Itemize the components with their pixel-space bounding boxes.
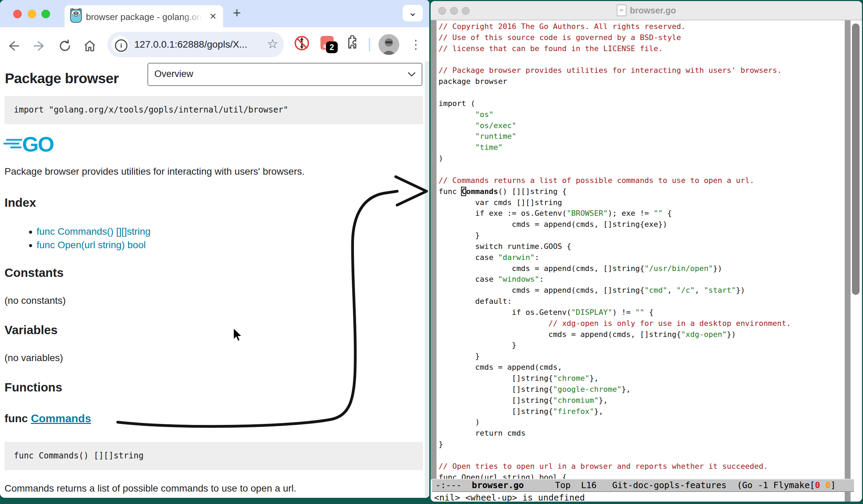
functions-heading: Functions [4, 380, 62, 394]
code-line [439, 54, 791, 65]
emacs-window: go browser.go // Copyright 2016 The Go A… [431, 1, 862, 502]
code-line: // license that can be found in the LICE… [439, 43, 791, 54]
variables-heading: Variables [4, 323, 58, 337]
emacs-right-scrollbar[interactable] [845, 20, 851, 502]
site-info-icon[interactable]: i [112, 36, 129, 53]
profile-avatar[interactable] [378, 34, 399, 55]
code-line: } [439, 340, 791, 351]
emacs-buffer[interactable]: // Copyright 2016 The Go Authors. All ri… [431, 20, 862, 502]
import-code-box: import "golang.org/x/tools/gopls/interna… [4, 96, 423, 124]
package-intro: Package browser provides utilities for i… [4, 166, 305, 177]
code-line: []string{"google-chrome"}, [439, 384, 791, 395]
document-icon: go [617, 4, 626, 16]
code-line: package browser [439, 76, 791, 87]
code-line [439, 450, 791, 461]
code-line: // Copyright 2016 The Go Authors. All ri… [439, 21, 791, 32]
chrome-toolbar: i 127.0.0.1:62888/gopls/X... ☆ 2 [0, 27, 429, 62]
chrome-tab-strip: browser package - golang.org ✕ + ⌄ [0, 0, 429, 27]
code-line: // Package browser provides utilities fo… [439, 65, 791, 76]
code-line: ) [439, 153, 791, 164]
bookmark-star-icon[interactable]: ☆ [267, 37, 278, 51]
code-line: import ( [439, 98, 791, 109]
code-line: cmds = append(cmds, [439, 362, 791, 373]
code-line: []string{"chromium"}, [439, 395, 791, 406]
home-button[interactable] [83, 39, 97, 53]
info-icon: i [115, 39, 127, 52]
code-line: var cmds [][]string [439, 197, 791, 208]
code-line: } [439, 351, 791, 362]
code-line: case "darwin": [439, 252, 791, 263]
import-code: import "golang.org/x/tools/gopls/interna… [14, 105, 288, 115]
code-line: // Open tries to open url in a browser a… [439, 461, 791, 472]
code-line: // Use of this source code is governed b… [439, 32, 791, 43]
macos-scrollbar-thumb[interactable] [852, 23, 860, 295]
tab-title: browser package - golang.org [86, 12, 203, 22]
code-line: cmds = append(cmds, []string{"cmd", "/c"… [439, 285, 791, 296]
emacs-cursor: C [461, 187, 466, 196]
code-line: "runtime" [439, 131, 791, 142]
code-line: // xdg-open is only for use in a desktop… [439, 318, 791, 329]
toolbar-separator [369, 38, 370, 51]
code-line: []string{"chrome"}, [439, 373, 791, 384]
constants-heading: Constants [4, 266, 64, 280]
desktop: browser package - golang.org ✕ + ⌄ i [0, 0, 863, 504]
index-link-open[interactable]: func Open(url string) bool [37, 240, 146, 251]
code-line: } [439, 230, 791, 241]
signature-code-box: func Commands() [][]string [4, 442, 423, 470]
emacs-left-scrollbar[interactable] [431, 20, 437, 479]
index-link-commands[interactable]: func Commands() [][]string [37, 226, 151, 237]
code-line: cmds = append(cmds, []string{exe}) [439, 219, 791, 230]
emacs-window-title: browser.go [630, 6, 676, 16]
emacs-title-bar[interactable]: go browser.go [431, 1, 862, 20]
new-tab-button[interactable]: + [229, 6, 244, 21]
func-commands-heading: func Commands [4, 412, 91, 425]
tab-close-icon[interactable]: ✕ [208, 11, 219, 22]
func-signature: func Commands() [][]string [14, 451, 144, 461]
svg-text:GO: GO [22, 132, 54, 155]
overview-select-value: Overview [154, 69, 193, 79]
url-text[interactable]: 127.0.0.1:62888/gopls/X... [134, 39, 247, 50]
code-line: } [439, 439, 791, 450]
card-extension-icon[interactable]: 2 [320, 35, 336, 51]
page-scrollbar[interactable] [425, 61, 429, 497]
code-line [439, 164, 791, 175]
code-line: switch runtime.GOOS { [439, 241, 791, 252]
reload-button[interactable] [58, 39, 72, 53]
back-button[interactable] [6, 39, 20, 53]
index-heading: Index [4, 196, 36, 210]
no-constants-text: (no constants) [4, 295, 66, 306]
forward-button[interactable] [33, 39, 47, 53]
url-bar[interactable]: i 127.0.0.1:62888/gopls/X... ☆ [107, 32, 284, 57]
overview-select[interactable]: Overview [147, 63, 422, 86]
close-window-button[interactable] [13, 10, 22, 18]
emacs-echo-area: <nil> <wheel-up> is undefined [434, 493, 585, 502]
code-line: ) [439, 417, 791, 428]
emacs-modeline: -:--- browser.go Top L16 Git-doc-gopls-f… [432, 479, 854, 492]
no-variables-text: (no variables) [4, 352, 63, 364]
page-title: Package browser [5, 70, 119, 87]
zoom-window-button[interactable] [41, 10, 50, 18]
commands-link[interactable]: Commands [31, 412, 91, 425]
doc-page: Package browser Overview import "golang.… [0, 61, 429, 497]
code-line: []string{"firefox"}, [439, 406, 791, 417]
code-line: return cmds [439, 428, 791, 439]
extensions-puzzle-icon[interactable] [344, 35, 360, 51]
chrome-window: browser package - golang.org ✕ + ⌄ i [0, 0, 429, 498]
code-line: // Commands returns a list of possible c… [439, 175, 791, 186]
go-gopher-favicon-icon [70, 8, 82, 24]
code-line: if os.Getenv("DISPLAY") != "" { [439, 307, 791, 318]
code-line: cmds = append(cmds, []string{"/usr/bin/o… [439, 263, 791, 274]
extension-badge: 2 [326, 41, 338, 53]
browser-tab[interactable]: browser package - golang.org ✕ [65, 5, 223, 27]
code-line: cmds = append(cmds, []string{"xdg-open"}… [439, 329, 791, 340]
chrome-menu-kebab-icon[interactable]: ⋮ [410, 35, 422, 54]
code-line: case "windows": [439, 274, 791, 285]
minimize-window-button[interactable] [28, 10, 36, 18]
go-logo: GO [3, 132, 76, 156]
code-area[interactable]: // Copyright 2016 The Go Authors. All ri… [439, 21, 791, 483]
tab-search-chevron-button[interactable]: ⌄ [403, 5, 423, 21]
code-line [439, 87, 791, 98]
scroll-blocker-extension-icon[interactable] [294, 35, 310, 51]
code-line: "time" [439, 142, 791, 153]
emacs-title-wrap: go browser.go [431, 1, 862, 20]
